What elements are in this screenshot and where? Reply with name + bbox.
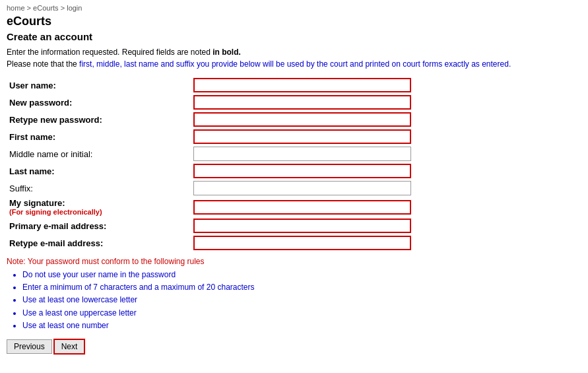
field-label: Primary e-mail address: bbox=[7, 217, 191, 234]
form-row: Primary e-mail address: bbox=[7, 217, 581, 234]
suffix-input[interactable] bbox=[193, 181, 411, 195]
info-text: Enter the information requested. Require… bbox=[7, 46, 581, 70]
page-title: Create an account bbox=[7, 31, 581, 42]
password-rule: Use a least one uppercase letter bbox=[22, 307, 581, 320]
breadcrumb: home > eCourts > login bbox=[7, 4, 581, 12]
field-label: Middle name or initial: bbox=[7, 145, 191, 162]
field-label: User name: bbox=[7, 77, 191, 94]
newpassword-input[interactable] bbox=[193, 95, 411, 110]
password-rule: Use at least one lowercase letter bbox=[22, 294, 581, 306]
form-row: User name: bbox=[7, 77, 581, 94]
password-rule: Enter a minimum of 7 characters and a ma… bbox=[22, 281, 581, 294]
lastname-input[interactable] bbox=[193, 164, 411, 178]
retypeemail-input[interactable] bbox=[193, 236, 411, 250]
email-input[interactable] bbox=[193, 219, 411, 233]
form-row: Middle name or initial: bbox=[7, 145, 581, 162]
form-row: Retype e-mail address: bbox=[7, 234, 581, 252]
registration-form: User name:New password:Retype new passwo… bbox=[7, 77, 581, 252]
form-row: Last name: bbox=[7, 162, 581, 180]
password-note-title: Note: Your password must conform to the … bbox=[7, 257, 581, 266]
previous-button[interactable]: Previous bbox=[7, 339, 52, 354]
form-row: Retype new password: bbox=[7, 111, 581, 128]
button-row: Previous Next bbox=[7, 339, 581, 355]
password-rule: Do not use your user name in the passwor… bbox=[22, 269, 581, 281]
field-label: First name: bbox=[7, 128, 191, 145]
retypepassword-input[interactable] bbox=[193, 112, 411, 127]
breadcrumb-sep2: > bbox=[61, 4, 65, 12]
field-label: Retype new password: bbox=[7, 111, 191, 128]
next-button[interactable]: Next bbox=[53, 339, 86, 355]
username-input[interactable] bbox=[193, 78, 411, 92]
info-blue: first, middle, last name and suffix you … bbox=[79, 59, 511, 69]
password-rule: Use at least one number bbox=[22, 320, 581, 332]
field-label: My signature: bbox=[9, 198, 65, 208]
info-line1-part1: Enter the information requested. Require… bbox=[7, 48, 212, 57]
breadcrumb-home: home bbox=[7, 4, 25, 12]
form-row: My signature:(For signing electronically… bbox=[7, 197, 581, 217]
app-title: eCourts bbox=[7, 15, 581, 28]
field-label: Suffix: bbox=[7, 180, 191, 197]
field-label: Retype e-mail address: bbox=[7, 234, 191, 252]
password-rules-list: Do not use your user name in the passwor… bbox=[7, 269, 581, 332]
field-sublabel: (For signing electronically) bbox=[9, 208, 188, 216]
field-label: New password: bbox=[7, 94, 191, 111]
form-row: New password: bbox=[7, 94, 581, 111]
password-note-section: Note: Your password must conform to the … bbox=[7, 257, 581, 332]
breadcrumb-sep1: > bbox=[27, 4, 31, 12]
signature-input[interactable] bbox=[193, 200, 411, 215]
firstname-input[interactable] bbox=[193, 129, 411, 144]
info-bold: in bold. bbox=[212, 48, 241, 57]
breadcrumb-login: login bbox=[67, 4, 82, 12]
breadcrumb-ecourts: eCourts bbox=[33, 4, 59, 12]
middlename-input[interactable] bbox=[193, 147, 411, 161]
field-label: Last name: bbox=[7, 162, 191, 180]
info-line2: Please note that the bbox=[7, 59, 79, 69]
form-row: First name: bbox=[7, 128, 581, 145]
form-row: Suffix: bbox=[7, 180, 581, 197]
